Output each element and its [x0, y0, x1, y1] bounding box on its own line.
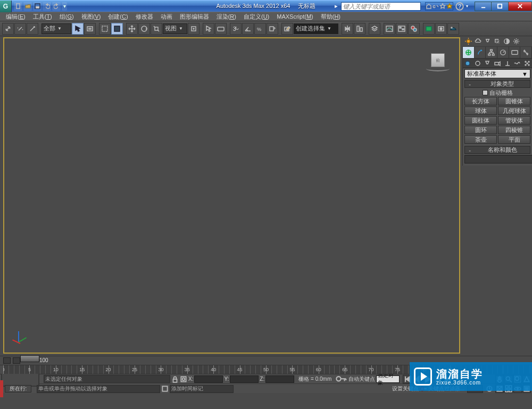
keymode-dropdown[interactable]: 选定对象	[376, 375, 400, 383]
ic-key-icon[interactable]	[433, 3, 439, 10]
search-caret-icon[interactable]: ▸	[335, 3, 338, 10]
spinner-snap-icon[interactable]	[267, 23, 278, 35]
primitive-茶壶[interactable]: 茶壶	[464, 135, 497, 144]
app-icon[interactable]: G	[0, 1, 12, 12]
cloud-icon[interactable]	[473, 37, 482, 46]
maximize-button[interactable]	[492, 2, 509, 11]
select-manip-icon[interactable]	[203, 23, 214, 35]
layers-icon[interactable]	[369, 23, 380, 35]
refcoord-dropdown[interactable]: 视图▼	[163, 23, 187, 34]
geometry-type-dropdown[interactable]: 标准基本体▼	[464, 69, 530, 78]
help-icon[interactable]: ?	[455, 2, 464, 11]
time-slider[interactable]	[20, 355, 39, 362]
qat-undo-icon[interactable]	[43, 2, 51, 11]
rollout-objecttype[interactable]: -对象类型	[464, 80, 530, 88]
bind-icon[interactable]	[27, 23, 38, 35]
render-icon[interactable]	[447, 23, 459, 35]
tab-modify-icon[interactable]	[475, 47, 486, 58]
primitive-四棱锥[interactable]: 四棱锥	[498, 126, 530, 134]
primitive-圆锥体[interactable]: 圆锥体	[498, 97, 530, 105]
rotate-icon[interactable]	[138, 23, 150, 35]
qat-new-icon[interactable]	[14, 2, 22, 11]
curve-editor-icon[interactable]	[384, 23, 395, 35]
gear-icon[interactable]	[512, 37, 520, 46]
help-caret-icon[interactable]: ▾	[466, 4, 468, 9]
menu-修改器[interactable]: 修改器	[132, 12, 157, 21]
snap-toggle-icon[interactable]: 3	[230, 23, 242, 35]
ic-fav-icon[interactable]	[446, 3, 453, 10]
menu-组[interactable]: 组(G)	[56, 12, 78, 21]
autogrid-checkbox[interactable]	[483, 90, 488, 95]
autogrid-row[interactable]: 自动栅格	[464, 88, 530, 97]
schematic-icon[interactable]	[396, 23, 408, 35]
sub-helpers-icon[interactable]	[502, 60, 512, 67]
menu-渲染[interactable]: 渲染(R)	[213, 12, 240, 21]
viewcube-ring[interactable]	[426, 66, 450, 71]
menu-视图[interactable]: 视图(V)	[78, 12, 105, 21]
light-icon[interactable]	[483, 37, 492, 46]
align-icon[interactable]	[354, 23, 365, 35]
primitive-管状体[interactable]: 管状体	[498, 116, 530, 125]
menu-工具[interactable]: 工具(T)	[29, 12, 56, 21]
sub-shapes-icon[interactable]	[473, 60, 483, 67]
primitive-球体[interactable]: 球体	[464, 107, 497, 115]
z-input[interactable]	[265, 375, 294, 383]
primitive-几何球体[interactable]: 几何球体	[498, 107, 530, 115]
qat-save-icon[interactable]	[33, 2, 41, 11]
keyboard-shortcut-icon[interactable]	[215, 23, 227, 35]
select-name-icon[interactable]	[84, 23, 96, 35]
object-name-input[interactable]	[464, 155, 532, 163]
material-editor-icon[interactable]	[408, 23, 420, 35]
mirror-icon[interactable]	[342, 23, 353, 35]
search-input[interactable]	[341, 2, 421, 11]
lock-icon[interactable]	[171, 375, 179, 383]
unlink-icon[interactable]	[14, 23, 26, 35]
sun-icon[interactable]	[464, 37, 472, 46]
viewcube[interactable]: 前	[426, 53, 450, 77]
select-object-icon[interactable]	[72, 23, 84, 35]
primitive-长方体[interactable]: 长方体	[464, 97, 497, 105]
angle-snap-icon[interactable]	[242, 23, 254, 35]
shadow-icon[interactable]	[493, 37, 501, 46]
sub-lights-icon[interactable]	[483, 60, 493, 67]
menu-帮助[interactable]: 帮助(H)	[317, 12, 344, 21]
primitive-圆环[interactable]: 圆环	[464, 126, 497, 134]
pivot-icon[interactable]	[188, 23, 200, 35]
timeconfig-b-icon[interactable]	[13, 357, 20, 364]
menu-自定义[interactable]: 自定义(U)	[240, 12, 273, 21]
x-input[interactable]	[194, 375, 223, 383]
rollout-namecolor[interactable]: -名称和颜色	[464, 146, 530, 154]
primitive-圆柱体[interactable]: 圆柱体	[464, 116, 497, 125]
tab-utilities-icon[interactable]	[520, 47, 532, 58]
timeconfig-a-icon[interactable]	[3, 357, 11, 364]
sub-geometry-icon[interactable]	[463, 60, 473, 67]
render-setup-icon[interactable]	[423, 23, 435, 35]
selection-filter[interactable]: 全部▼	[41, 23, 71, 34]
menu-图形编辑器[interactable]: 图形编辑器	[176, 12, 213, 21]
region-rect-icon[interactable]	[99, 23, 111, 35]
editnamed-icon[interactable]	[281, 23, 293, 35]
tab-hierarchy-icon[interactable]	[486, 47, 497, 58]
listener-lock-icon[interactable]	[161, 385, 169, 392]
qat-redo-icon[interactable]	[52, 2, 61, 11]
tab-create-icon[interactable]	[463, 47, 475, 58]
viewport[interactable]: 前	[3, 37, 460, 354]
primitive-平面[interactable]: 平面	[498, 135, 530, 144]
qat-open-icon[interactable]	[23, 2, 32, 11]
menu-MAXScript[interactable]: MAXScript(M)	[273, 13, 317, 20]
tab-motion-icon[interactable]	[497, 47, 509, 58]
render-frame-icon[interactable]	[435, 23, 447, 35]
percent-snap-icon[interactable]: %	[254, 23, 266, 35]
exposure-icon[interactable]	[502, 37, 511, 46]
minimize-button[interactable]	[475, 2, 492, 11]
named-selset[interactable]: 创建选择集▼	[294, 23, 338, 34]
selection-lock-icon[interactable]	[180, 375, 187, 383]
qat-caret-icon[interactable]: ▾	[62, 2, 67, 11]
menu-动画[interactable]: 动画	[157, 12, 176, 21]
ic-star-icon[interactable]	[439, 3, 446, 10]
sub-systems-icon[interactable]	[522, 60, 532, 67]
key-icon[interactable]	[336, 375, 347, 383]
time-tag[interactable]: 添加时间标记	[170, 385, 234, 393]
tab-display-icon[interactable]	[509, 47, 521, 58]
sub-cameras-icon[interactable]	[493, 60, 503, 67]
